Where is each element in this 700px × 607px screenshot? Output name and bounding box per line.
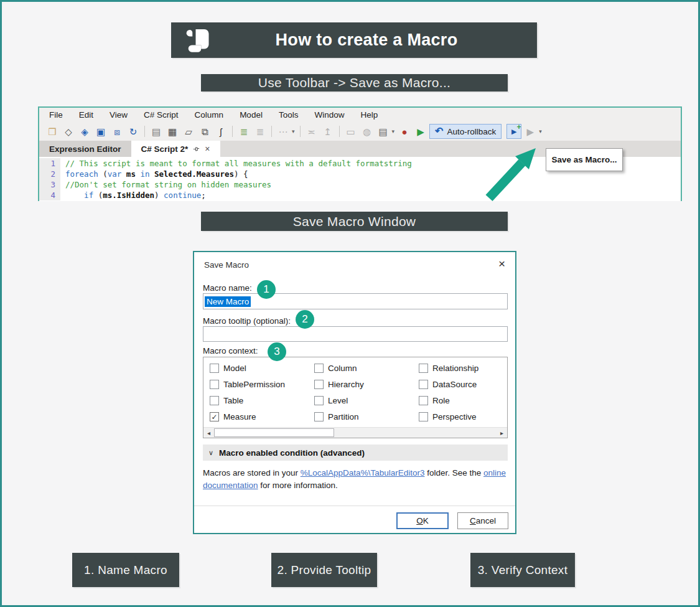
- scrollbar-thumb[interactable]: [214, 428, 334, 437]
- menu-model[interactable]: Model: [240, 110, 263, 120]
- goto-definition-icon[interactable]: ↥: [320, 124, 335, 139]
- macro-dropdown-arrow-icon[interactable]: ▾: [539, 128, 542, 134]
- indent-lines-icon[interactable]: ≣: [236, 124, 251, 139]
- scroll-left-icon[interactable]: ◂: [203, 428, 214, 438]
- checkbox-icon[interactable]: [210, 364, 219, 373]
- macro-context-box: ModelColumnRelationshipTablePermissionHi…: [203, 357, 508, 438]
- context-item-relationship[interactable]: Relationship: [419, 363, 507, 374]
- menu-window[interactable]: Window: [314, 110, 344, 120]
- open-folder-icon: ❒: [48, 127, 56, 136]
- code-text: // This script is meant to format all me…: [60, 158, 412, 169]
- context-item-model[interactable]: Model: [210, 363, 314, 374]
- context-item-datasource[interactable]: DataSource: [419, 379, 507, 390]
- context-item-label: Measure: [223, 412, 256, 421]
- line-number: 4: [39, 190, 60, 200]
- context-item-label: Column: [328, 364, 357, 373]
- hierarchy-icon: ⧉: [202, 127, 208, 136]
- context-item-hierarchy[interactable]: Hierarchy: [314, 379, 419, 390]
- checkbox-icon[interactable]: [210, 396, 219, 405]
- menu-c-script[interactable]: C# Script: [144, 110, 179, 120]
- info-text-part: Macros are stored in your: [203, 468, 301, 478]
- model-cube-icon[interactable]: ◇: [61, 124, 76, 139]
- macro-tooltip-input[interactable]: [203, 326, 508, 342]
- context-item-label: Partition: [328, 412, 359, 421]
- horizontal-scrollbar[interactable]: ◂ ▸: [203, 427, 507, 438]
- advanced-label: Macro enabled condition (advanced): [219, 448, 365, 458]
- cancel-button[interactable]: Cancel: [457, 512, 508, 529]
- open-folder-icon[interactable]: ❒: [45, 124, 60, 139]
- macro-name-value: New Macro: [205, 296, 251, 307]
- checkbox-icon[interactable]: [314, 380, 324, 389]
- collapse-regions-icon[interactable]: ≍: [304, 124, 319, 139]
- tab-csharp-script[interactable]: C# Script 2* ×: [131, 141, 220, 157]
- menu-view[interactable]: View: [110, 110, 128, 120]
- play-icon[interactable]: ▶: [413, 124, 428, 139]
- open-model-icon[interactable]: ◈: [77, 124, 92, 139]
- dropdown-arrow-icon[interactable]: ▾: [292, 128, 295, 134]
- macro-name-input[interactable]: New Macro: [203, 293, 508, 309]
- form-editor-icon[interactable]: ▤: [376, 124, 391, 139]
- context-item-table[interactable]: Table: [210, 395, 314, 406]
- advanced-section-header[interactable]: ∨ Macro enabled condition (advanced): [203, 445, 508, 461]
- script-file-icon[interactable]: ▱: [181, 124, 196, 139]
- comment-lines-icon[interactable]: ≣: [253, 124, 268, 139]
- checkbox-icon[interactable]: [419, 412, 428, 421]
- step-badge-2: 2: [296, 310, 314, 329]
- step-badge-1: 1: [257, 280, 276, 299]
- checkbox-icon[interactable]: [314, 364, 324, 373]
- save-as-macro-button[interactable]: ▶+: [506, 124, 521, 139]
- context-item-label: Role: [432, 396, 450, 405]
- record-icon[interactable]: ●: [397, 124, 412, 139]
- close-tab-icon[interactable]: ×: [205, 144, 210, 154]
- line-number: 2: [39, 169, 60, 179]
- menu-help[interactable]: Help: [360, 110, 378, 120]
- checkbox-icon[interactable]: [210, 380, 219, 389]
- comment-bubble-icon[interactable]: ◍: [360, 124, 375, 139]
- dropdown-arrow-icon[interactable]: ▾: [392, 128, 395, 134]
- toolbar: ❒◇◈▣⧈↻▤▦▱⧉ʃ≣≣⋯▾≍↥▭◍▤▾●▶ ↶ Auto-rollback …: [39, 122, 681, 141]
- dialog-footer: OK Cancel: [194, 506, 515, 535]
- auto-rollback-button[interactable]: ↶ Auto-rollback: [429, 124, 502, 139]
- checkbox-icon[interactable]: [419, 396, 428, 405]
- view-code-icon[interactable]: ▦: [165, 124, 180, 139]
- format-code-icon[interactable]: ⋯: [276, 124, 291, 139]
- info-text: Macros are stored in your %LocalAppData%…: [203, 467, 509, 492]
- checkbox-icon[interactable]: [314, 412, 324, 421]
- pin-icon[interactable]: [193, 146, 200, 153]
- menu-column[interactable]: Column: [195, 110, 224, 120]
- context-item-level[interactable]: Level: [314, 395, 419, 406]
- context-item-tablepermission[interactable]: TablePermission: [210, 379, 314, 390]
- collapse-regions-icon: ≍: [307, 127, 315, 136]
- toolbar-separator: [300, 126, 301, 137]
- context-item-role[interactable]: Role: [419, 395, 507, 406]
- context-item-partition[interactable]: Partition: [314, 412, 419, 422]
- checkbox-icon[interactable]: [314, 396, 324, 405]
- textbox-icon[interactable]: ▭: [343, 124, 358, 139]
- menu-tools[interactable]: Tools: [279, 110, 299, 120]
- context-item-column[interactable]: Column: [314, 363, 419, 374]
- scroll-right-icon[interactable]: ▸: [497, 428, 507, 438]
- menu-edit[interactable]: Edit: [79, 110, 93, 120]
- csharp-braces-icon[interactable]: ʃ: [213, 124, 228, 139]
- checkbox-icon[interactable]: [419, 364, 428, 373]
- checked-checkbox-icon[interactable]: ✓: [210, 412, 219, 421]
- context-item-perspective[interactable]: Perspective: [419, 412, 507, 422]
- context-item-measure[interactable]: ✓Measure: [210, 412, 314, 422]
- step-label-2: 2. Provide Tooltip: [271, 553, 377, 587]
- checkbox-icon[interactable]: [419, 380, 428, 389]
- save-icon[interactable]: ▣: [93, 124, 108, 139]
- save-all-icon[interactable]: ⧈: [110, 124, 124, 139]
- menu-file[interactable]: File: [49, 110, 63, 120]
- document-icon[interactable]: ▤: [149, 124, 164, 139]
- context-item-label: Level: [328, 396, 348, 405]
- toolbar-separator: [232, 126, 233, 137]
- hierarchy-icon[interactable]: ⧉: [197, 124, 212, 139]
- run-macro-button[interactable]: ▶: [523, 124, 538, 139]
- dialog-close-icon[interactable]: ×: [498, 257, 505, 271]
- ok-button[interactable]: OK: [396, 512, 449, 529]
- tab-expression-editor[interactable]: Expression Editor: [39, 141, 131, 157]
- refresh-icon[interactable]: ↻: [126, 124, 141, 139]
- localappdata-link[interactable]: %LocalAppData%\TabularEditor3: [301, 468, 425, 478]
- play-icon: ▶: [417, 127, 424, 136]
- view-code-icon: ▦: [168, 127, 177, 136]
